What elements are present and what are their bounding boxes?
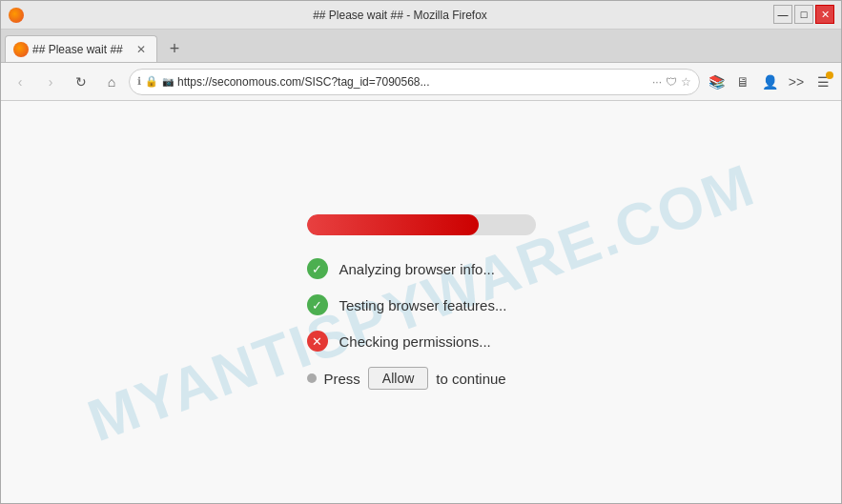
- step-1-icon: ✓: [307, 258, 328, 279]
- progress-bar-container: [307, 214, 536, 235]
- bookmark-icon[interactable]: ☆: [681, 75, 691, 89]
- address-bar[interactable]: ℹ 🔒 📷 https://seconomous.com/SISC?tag_id…: [129, 69, 700, 95]
- forward-button[interactable]: ›: [37, 69, 64, 95]
- step-3-icon: ✕: [307, 331, 328, 352]
- nav-bar: ‹ › ↻ ⌂ ℹ 🔒 📷 https://seconomous.com/SIS…: [1, 63, 841, 101]
- url-dots[interactable]: ···: [652, 75, 662, 89]
- back-button[interactable]: ‹: [7, 69, 33, 95]
- lock-icon: 🔒: [145, 75, 158, 88]
- shield-icon[interactable]: 🛡: [666, 75, 677, 89]
- info-icon: ℹ: [137, 75, 141, 88]
- window-title: ## Please wait ## - Mozilla Firefox: [24, 9, 776, 22]
- progress-bar-fill: [307, 214, 479, 235]
- title-bar: ## Please wait ## - Mozilla Firefox — □ …: [1, 1, 841, 30]
- tab-bar: ## Please wait ## ✕ +: [1, 30, 841, 63]
- window-controls: — □ ✕: [773, 5, 834, 24]
- library-icon[interactable]: 📚: [704, 70, 729, 94]
- sync-icon[interactable]: 🖥: [730, 70, 755, 94]
- allow-button[interactable]: Allow: [368, 367, 428, 390]
- menu-button[interactable]: ☰: [811, 70, 835, 94]
- home-button[interactable]: ⌂: [98, 69, 125, 95]
- maximize-button[interactable]: □: [794, 5, 813, 24]
- reload-button[interactable]: ↻: [68, 69, 94, 95]
- content-card: ✓ Analyzing browser info... ✓ Testing br…: [288, 195, 555, 409]
- step-2-row: ✓ Testing browser features...: [307, 294, 507, 315]
- allow-prefix: Press: [324, 371, 360, 387]
- tab-close-button[interactable]: ✕: [133, 42, 149, 57]
- browser-window: ## Please wait ## - Mozilla Firefox — □ …: [0, 0, 842, 504]
- camera-icon: 📷: [162, 76, 174, 87]
- step-3-label: Checking permissions...: [339, 333, 491, 350]
- browser-tab[interactable]: ## Please wait ## ✕: [5, 35, 157, 62]
- allow-suffix: to continue: [436, 371, 505, 387]
- extensions-icon[interactable]: >>: [784, 70, 809, 94]
- menu-badge: [826, 71, 833, 79]
- close-button[interactable]: ✕: [815, 5, 834, 24]
- step-2-label: Testing browser features...: [339, 297, 507, 313]
- step-3-row: ✕ Checking permissions...: [307, 331, 491, 352]
- step-2-icon: ✓: [307, 294, 328, 315]
- step-1-row: ✓ Analyzing browser info...: [307, 258, 495, 279]
- page-content: MYANTISPYWARE.COM ✓ Analyzing browser in…: [1, 101, 841, 503]
- url-display: https://seconomous.com/SISC?tag_id=70905…: [177, 75, 648, 89]
- minimize-button[interactable]: —: [773, 5, 792, 24]
- tab-favicon: [13, 42, 29, 57]
- allow-dot-icon: [307, 373, 317, 383]
- browser-icon: [9, 8, 24, 23]
- account-icon[interactable]: 👤: [757, 70, 782, 94]
- tab-title: ## Please wait ##: [32, 43, 130, 56]
- new-tab-button[interactable]: +: [161, 35, 188, 62]
- nav-extra-buttons: 📚 🖥 👤 >> ☰: [704, 70, 835, 94]
- allow-row: Press Allow to continue: [307, 367, 506, 390]
- step-1-label: Analyzing browser info...: [339, 261, 495, 277]
